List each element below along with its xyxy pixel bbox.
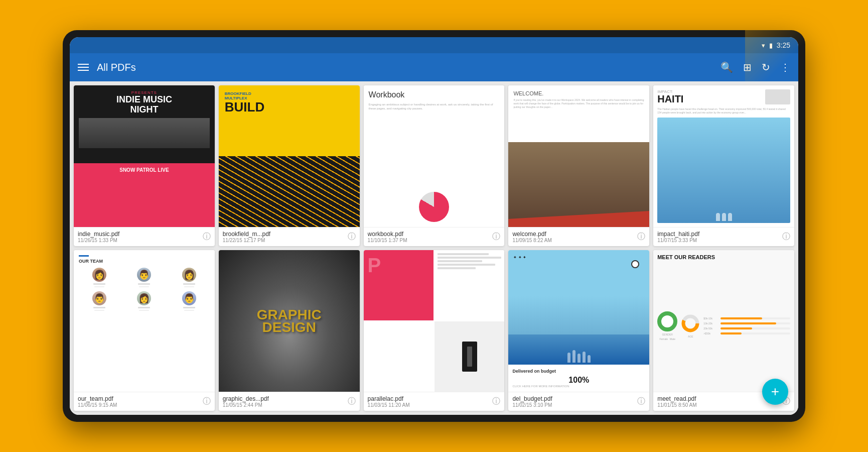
pdf-thumbnail-haiti: IMPACT: HAITI The Haitian people have fa… xyxy=(653,85,794,227)
pdf-date-welcome: 11/09/15 8:22 AM xyxy=(512,238,635,243)
pdf-card-impact-haiti[interactable]: IMPACT: HAITI The Haitian people have fa… xyxy=(653,85,794,246)
toolbar-actions: 🔍 ⊞ ↻ ⋮ xyxy=(720,61,790,73)
pdf-date-ourteam: 11/06/15 9:15 AM xyxy=(78,402,201,408)
info-icon-ourteam[interactable]: ⓘ xyxy=(203,396,211,407)
info-icon-graphic[interactable]: ⓘ xyxy=(348,396,356,407)
pdf-card-our-team[interactable]: OUR TEAM 👩 👨 xyxy=(74,250,215,411)
pdf-name-parallelac: parallelac.pdf xyxy=(368,395,491,402)
tablet-device: ▾ ▮ 3:25 All PDFs 🔍 ⊞ ↻ ⋮ xyxy=(63,30,805,422)
team-member-3: 👩 xyxy=(169,268,210,287)
pdf-thumbnail-budget: ✦ ✦ ✦ Delivered on budget 100% xyxy=(508,250,649,392)
info-icon-welcome[interactable]: ⓘ xyxy=(637,232,645,242)
pdf-text-indie: indie_music.pdf 11/26/15 1:33 PM xyxy=(78,231,201,243)
pdf-name-ourteam: our_team.pdf xyxy=(78,395,201,402)
pdf-thumbnail-graphic: GRAPHICDESIGN xyxy=(219,250,360,392)
pdf-info-haiti: impact_haiti.pdf 11/07/15 3:33 PM ⓘ xyxy=(653,227,794,246)
pdf-card-workbook[interactable]: Workbook Engaging an ambitious subject o… xyxy=(364,85,505,246)
pdf-name-budget: del_budget.pdf xyxy=(512,395,635,402)
pdf-card-graphic-design[interactable]: GRAPHICDESIGN graphic_des...pdf 11/05/15… xyxy=(219,250,360,411)
team-member-5: 👩 xyxy=(124,291,165,311)
pdf-date-workbook: 11/10/15 1:37 PM xyxy=(368,238,491,243)
pdf-date-parallelac: 11/03/15 11:20 AM xyxy=(368,402,491,408)
pdf-name-haiti: impact_haiti.pdf xyxy=(657,231,780,238)
pdf-info-workbook: workbook.pdf 11/10/15 1:37 PM ⓘ xyxy=(364,227,505,246)
income-bars: $0k-10k 10k-20k xyxy=(703,317,790,335)
pdf-thumbnail-indie: PRESENTS INDIE MUSICNIGHT SNOW PATROL LI… xyxy=(74,85,215,227)
pdf-card-indie-music[interactable]: PRESENTS INDIE MUSICNIGHT SNOW PATROL LI… xyxy=(74,85,215,246)
info-icon-indie[interactable]: ⓘ xyxy=(203,232,211,242)
battery-icon: ▮ xyxy=(769,42,773,49)
sync-icon[interactable]: ↻ xyxy=(762,61,770,73)
pdf-card-parallelac[interactable]: P xyxy=(364,250,505,411)
info-icon-budget[interactable]: ⓘ xyxy=(637,396,645,407)
pdf-thumbnail-workbook: Workbook Engaging an ambitious subject o… xyxy=(364,85,505,227)
info-icon-workbook[interactable]: ⓘ xyxy=(492,232,500,242)
pdf-date-budget: 11/02/15 3:10 PM xyxy=(512,402,635,408)
menu-button[interactable] xyxy=(78,64,89,71)
team-member-1: 👩 xyxy=(79,268,120,287)
pdf-info-welcome: welcome.pdf 11/09/15 8:22 AM ⓘ xyxy=(508,227,649,246)
ourteam-title-text: OUR TEAM xyxy=(79,259,210,264)
fab-plus-icon: + xyxy=(771,385,779,399)
haiti-image xyxy=(657,118,790,223)
team-member-4: 👨 xyxy=(79,291,120,311)
pdf-name-indie: indie_music.pdf xyxy=(78,231,201,238)
pdf-thumbnail-meetread: MEET OUR READERS GENDER FemaleMale xyxy=(653,250,794,392)
pdf-info-graphic: graphic_des...pdf 11/05/15 2:44 PM ⓘ xyxy=(219,392,360,411)
view-toggle-icon[interactable]: ⊞ xyxy=(743,61,752,73)
pdf-name-welcome: welcome.pdf xyxy=(512,231,635,238)
pdf-grid: PRESENTS INDIE MUSICNIGHT SNOW PATROL LI… xyxy=(70,81,798,415)
pdf-card-welcome[interactable]: WELCOME. If you're reading this, you've … xyxy=(508,85,649,246)
pdf-card-del-budget[interactable]: ✦ ✦ ✦ Delivered on budget 100% xyxy=(508,250,649,411)
pdf-name-workbook: workbook.pdf xyxy=(368,231,491,238)
team-member-6: 👨 xyxy=(169,291,210,311)
info-icon-haiti[interactable]: ⓘ xyxy=(782,232,790,242)
pdf-thumbnail-ourteam: OUR TEAM 👩 👨 xyxy=(74,250,215,392)
tablet-screen: ▾ ▮ 3:25 All PDFs 🔍 ⊞ ↻ ⋮ xyxy=(70,37,798,415)
info-icon-parallelac[interactable]: ⓘ xyxy=(492,396,500,407)
pdf-thumbnail-welcome: WELCOME. If you're reading this, you've … xyxy=(508,85,649,227)
app-toolbar: All PDFs 🔍 ⊞ ↻ ⋮ xyxy=(70,53,798,81)
pdf-date-meetread: 11/01/15 8:50 AM xyxy=(657,402,780,408)
gender-donut: GENDER FemaleMale xyxy=(657,311,677,341)
pdf-date-indie: 11/26/15 1:33 PM xyxy=(78,238,201,243)
toolbar-title: All PDFs xyxy=(97,62,712,73)
pdf-name-meetread: meet_read.pdf xyxy=(657,395,780,402)
pdf-thumbnail-brookfield: BROOKFIELDMULTIPLEX BUILD xyxy=(219,85,360,227)
pdf-date-brookfield: 11/22/15 12:17 PM xyxy=(223,238,346,243)
age-donut: AGE xyxy=(680,313,700,338)
fab-add-button[interactable]: + xyxy=(762,379,788,405)
wifi-icon: ▾ xyxy=(762,42,765,49)
search-icon[interactable]: 🔍 xyxy=(720,61,733,73)
pdf-info-brookfield: brookfield_m...pdf 11/22/15 12:17 PM ⓘ xyxy=(219,227,360,246)
ourteam-people-grid: 👩 👨 xyxy=(79,268,210,311)
pdf-info-budget: del_budget.pdf 11/02/15 3:10 PM ⓘ xyxy=(508,392,649,411)
pdf-name-graphic: graphic_des...pdf xyxy=(223,395,346,402)
workbook-chart xyxy=(419,192,449,222)
indie-image xyxy=(79,118,210,148)
pdf-date-haiti: 11/07/15 3:33 PM xyxy=(657,238,780,243)
pdf-info-parallelac: parallelac.pdf 11/03/15 11:20 AM ⓘ xyxy=(364,392,505,411)
status-bar: ▾ ▮ 3:25 xyxy=(70,37,798,53)
more-options-icon[interactable]: ⋮ xyxy=(780,61,790,73)
pdf-info-ourteam: our_team.pdf 11/06/15 9:15 AM ⓘ xyxy=(74,392,215,411)
welcome-image xyxy=(508,142,649,227)
info-icon-brookfield[interactable]: ⓘ xyxy=(348,232,356,242)
pdf-thumbnail-magazine: P xyxy=(364,250,505,392)
team-member-2: 👨 xyxy=(124,268,165,287)
pdf-card-brookfield[interactable]: BROOKFIELDMULTIPLEX BUILD brookfield_m..… xyxy=(219,85,360,246)
pdf-name-brookfield: brookfield_m...pdf xyxy=(223,231,346,238)
pdf-info-indie: indie_music.pdf 11/26/15 1:33 PM ⓘ xyxy=(74,227,215,246)
haiti-map xyxy=(765,89,790,104)
status-time: 3:25 xyxy=(777,41,790,49)
budget-image: ✦ ✦ ✦ xyxy=(508,250,649,365)
pdf-date-graphic: 11/05/15 2:44 PM xyxy=(223,402,346,408)
